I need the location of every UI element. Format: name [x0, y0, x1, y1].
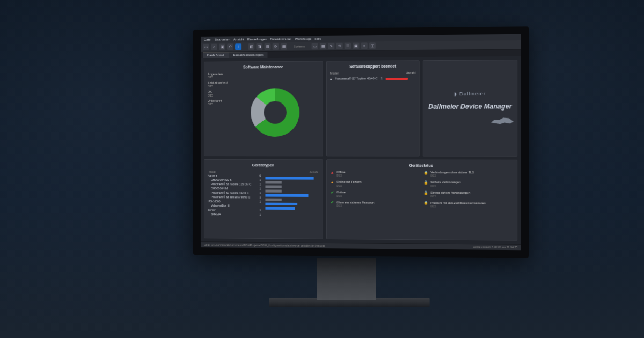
sync-icon[interactable]: ⟲ — [336, 43, 343, 49]
status-col-left: ▲ Offline0/15 ▲ Online mit Fehlern0/15 ✔… — [330, 170, 418, 236]
menu-file[interactable]: Datei — [204, 38, 211, 42]
tool-a-icon[interactable]: ◧ — [248, 43, 254, 50]
tool-c-icon[interactable]: ▤ — [264, 43, 270, 50]
menu-edit[interactable]: Bearbeiten — [215, 38, 230, 41]
panel-title: Software Maintenance — [208, 65, 319, 70]
lock-icon: 🔒 — [424, 171, 428, 175]
status-no-secure-password: ✔ Ohne ein sicheres Passwort0/15 — [330, 201, 418, 208]
tree-item[interactable]: VideoNetBox III — [208, 204, 230, 207]
status-online: ✔ Online0/15 — [330, 190, 418, 197]
status-count: 0/15 — [336, 194, 345, 197]
status-count: 0/15 — [430, 174, 474, 177]
info-icon[interactable]: i — [235, 43, 241, 50]
undo-icon[interactable]: ↶ — [227, 44, 233, 50]
status-count: 0/15 — [430, 204, 486, 208]
folder-icon[interactable]: ▭ — [312, 43, 318, 49]
tree-count: 1 — [259, 208, 261, 211]
tool-b-icon[interactable]: ◨ — [256, 43, 262, 50]
panel-title: Gerätetypen — [208, 163, 319, 168]
maintenance-donut-chart — [251, 88, 299, 137]
tab-deployment-settings[interactable]: Einsatzeinstellungen — [229, 52, 268, 58]
tree-item[interactable]: Panomera® S7 Topline 45/40 C — [208, 191, 249, 194]
tree-count: 6 — [259, 174, 261, 177]
status-no-tls: 🔒 Verbindungen ohne aktives TLS0/15 — [424, 171, 514, 178]
lock-icon: 🔒 — [424, 181, 428, 185]
list-icon[interactable]: ☰ — [345, 43, 351, 49]
bar — [265, 185, 281, 188]
support-count: 1 — [381, 77, 383, 81]
monitor-stand — [317, 258, 376, 300]
log-icon[interactable]: ≡ — [361, 43, 368, 49]
device-tree[interactable]: Kamera6 DHD0000N SM 51 Panomera® S6 Topl… — [208, 173, 261, 235]
clip-icon[interactable]: ▣ — [353, 43, 359, 49]
tree-item[interactable]: IPS-10000 — [208, 200, 221, 203]
tree-count: 1 — [259, 187, 261, 190]
toolbar-section-label: Systems — [294, 45, 305, 48]
menu-view[interactable]: Ansicht — [233, 38, 244, 41]
legend-expired: Abgelaufen 0/15 — [208, 72, 228, 79]
triangle-red-icon: ▲ — [330, 170, 334, 174]
panel-software-support-ended: Softwaresupport beendet Model Anzahl ■ P… — [326, 61, 420, 157]
tree-item[interactable]: Panomera® S6 Topline 115 DN C — [208, 182, 251, 186]
panther-icon — [491, 116, 514, 126]
status-count: 0/15 — [430, 194, 470, 197]
tree-item[interactable]: DHD0000N M — [208, 187, 228, 190]
tree-count: 1 — [259, 200, 261, 203]
legend-count: 0/15 — [208, 102, 228, 106]
triangle-orange-icon: ▲ — [330, 180, 334, 185]
statusbar-path: Datei C:\Users\markt\Documents\DDMProjek… — [204, 243, 325, 247]
tree-item[interactable]: Server — [208, 208, 216, 211]
check-green-icon: ✔ — [330, 190, 334, 195]
check-green-icon: ✔ — [330, 201, 334, 205]
status-count: 0/15 — [430, 184, 460, 187]
legend-count: 0/15 — [208, 85, 228, 88]
legend-ok: OK 0/15 — [208, 90, 228, 97]
bar — [265, 198, 281, 201]
dashboard: Software Maintenance Abgelaufen 0/15 Bal… — [201, 56, 521, 244]
panel-software-maintenance: Software Maintenance Abgelaufen 0/15 Bal… — [204, 61, 323, 157]
bar — [265, 202, 297, 205]
status-cert-problem: 🔒 Problem mit den Zertifikatsinformation… — [424, 201, 514, 209]
bar — [265, 189, 281, 192]
refresh-icon[interactable]: ⟳ — [273, 43, 279, 50]
save-icon[interactable]: ▣ — [219, 44, 225, 50]
tree-count: 1 — [259, 195, 261, 199]
menu-filedownload[interactable]: Dateidownload — [270, 37, 291, 41]
tree-item[interactable]: Kamera — [208, 174, 217, 177]
tab-dashboard[interactable]: Dash Board — [203, 52, 229, 59]
tool-d-icon[interactable]: ▦ — [281, 43, 287, 50]
brand-logo: Dallmeier — [454, 91, 486, 97]
grid-icon[interactable]: ▦ — [320, 43, 326, 49]
bar — [265, 194, 308, 196]
support-row: ■ Panomera® S7 Topline 45/40 C 1 — [330, 77, 415, 81]
menu-help[interactable]: Hilfe — [314, 37, 321, 41]
tree-item[interactable]: SMAVIA — [208, 212, 221, 216]
edit-icon[interactable]: ✎ — [328, 43, 334, 49]
legend-count: 0/15 — [208, 93, 228, 97]
status-secure-conn: 🔒 Sichere Verbindungen0/15 — [424, 181, 514, 188]
support-bar — [386, 78, 408, 80]
status-count: 0/15 — [336, 174, 345, 177]
col-model: Model — [330, 71, 338, 75]
status-col-right: 🔒 Verbindungen ohne aktives TLS0/15 🔒 Si… — [424, 171, 514, 237]
lock-green-icon: 🔒 — [424, 191, 428, 195]
col-count: Anzahl — [406, 71, 415, 75]
status-offline: ▲ Offline0/15 — [330, 170, 418, 177]
maintenance-legend: Abgelaufen 0/15 Bald ablaufend 0/15 OK 0… — [208, 72, 228, 152]
new-icon[interactable]: ▭ — [203, 44, 209, 50]
tree-count: 1 — [259, 178, 261, 181]
legend-count: 0/15 — [208, 76, 228, 79]
menu-settings[interactable]: Einstellungen — [247, 38, 267, 42]
bar — [265, 177, 313, 179]
tree-item[interactable]: DHD0000N SM 5 — [208, 178, 232, 181]
tree-item[interactable]: Panomera® S8 Ultraline 90/90 C — [208, 195, 250, 199]
tree-count: 1 — [259, 191, 261, 194]
panel-title: Softwaresupport beendet — [330, 64, 415, 69]
product-title: Dallmeier Device Manager — [428, 102, 511, 111]
panel-device-status: Gerätestatus ▲ Offline0/15 ▲ Online mit … — [326, 160, 517, 241]
chart-icon[interactable]: ◫ — [369, 42, 376, 49]
app-window: Datei Bearbeiten Ansicht Einstellungen D… — [201, 34, 521, 250]
menu-tools[interactable]: Werkzeuge — [295, 37, 312, 41]
statusbar-timestamp: Letztes zuletzt 8.40:26 am 21.04.20 — [473, 245, 517, 249]
open-icon[interactable]: ⌂ — [211, 44, 217, 50]
